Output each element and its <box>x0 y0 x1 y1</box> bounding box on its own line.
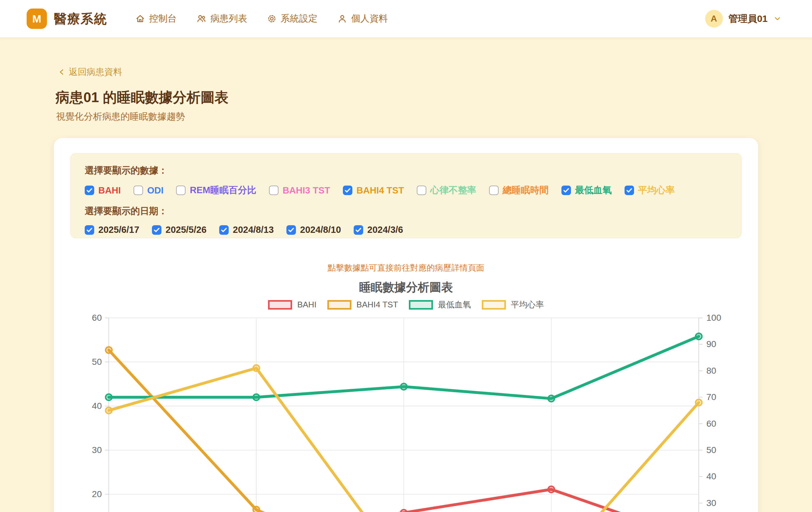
metric-option-3: REM睡眠百分比 <box>176 184 256 197</box>
legend-label: BAHI <box>297 300 317 310</box>
metric-checkbox[interactable] <box>269 186 279 195</box>
metric-label: BAHI <box>98 185 121 196</box>
nav-item-4[interactable]: 個人資料 <box>337 12 388 25</box>
avatar[interactable]: A <box>705 10 723 28</box>
user-name: 管理員01 <box>729 12 767 25</box>
dates-filter-label: 選擇要顯示的日期： <box>85 205 727 218</box>
profile-icon <box>337 13 347 24</box>
legend-swatch <box>482 300 506 310</box>
data-point[interactable] <box>696 399 702 406</box>
date-checkbox[interactable] <box>219 225 229 235</box>
left-axis-tick-label: 60 <box>92 314 102 323</box>
chart-hint-text: 點擊數據點可直接前往對應的病歷詳情頁面 <box>54 262 758 274</box>
checkmark-icon <box>626 187 633 194</box>
date-checkbox[interactable] <box>152 225 162 235</box>
metric-checkbox[interactable] <box>489 186 499 195</box>
nav-item-1[interactable]: 控制台 <box>135 12 177 25</box>
metric-label: 總睡眠時間 <box>503 184 549 197</box>
metric-checkbox[interactable] <box>176 186 185 195</box>
data-point[interactable] <box>253 507 259 512</box>
date-option-1: 2025/6/17 <box>85 225 139 235</box>
legend-swatch <box>409 300 433 310</box>
settings-icon <box>267 13 277 24</box>
metric-label: 最低血氧 <box>575 184 612 197</box>
logo-letter: M <box>32 13 41 25</box>
legend-item-3[interactable]: 最低血氧 <box>409 299 471 310</box>
metric-label: REM睡眠百分比 <box>190 184 256 197</box>
checkmark-icon <box>562 187 570 194</box>
metric-label: BAHI4 TST <box>356 185 404 196</box>
metric-option-8: 最低血氧 <box>561 184 612 197</box>
nav-menu: 控制台病患列表系統設定個人資料 <box>135 12 388 25</box>
checkmark-icon <box>355 226 362 234</box>
right-axis-tick-label: 40 <box>706 472 716 481</box>
right-axis-tick-label: 60 <box>706 419 716 429</box>
data-point[interactable] <box>106 407 112 414</box>
data-point[interactable] <box>253 365 259 371</box>
date-option-3: 2024/8/13 <box>219 225 274 235</box>
user-menu[interactable]: A 管理員01 <box>705 10 782 28</box>
nav-item-label: 個人資料 <box>351 12 388 25</box>
metric-option-9: 平均心率 <box>625 184 675 197</box>
back-to-patient-link[interactable]: 返回病患資料 <box>58 66 122 78</box>
metric-label: ODI <box>147 185 164 196</box>
right-axis-tick-label: 100 <box>706 314 721 323</box>
legend-swatch <box>327 300 351 310</box>
metric-option-2: ODI <box>134 185 164 196</box>
metric-label: 平均心率 <box>638 184 675 197</box>
chevron-down-icon <box>773 15 782 23</box>
data-point[interactable] <box>548 486 554 493</box>
dates-checkbox-row: 2025/6/172025/5/262024/8/132024/8/102024… <box>85 225 727 235</box>
metric-checkbox[interactable] <box>417 186 426 195</box>
metric-checkbox[interactable] <box>561 186 571 195</box>
metric-checkbox[interactable] <box>134 186 143 195</box>
app-title: 醫療系統 <box>54 10 107 28</box>
chevron-left-icon <box>58 68 66 76</box>
metric-option-5: BAHI4 TST <box>343 185 404 196</box>
chart-card: 選擇要顯示的數據： BAHIODIREM睡眠百分比BAHI3 TSTBAHI4 … <box>54 138 758 512</box>
metric-option-4: BAHI3 TST <box>269 185 330 196</box>
data-point[interactable] <box>106 394 112 400</box>
data-point[interactable] <box>548 395 554 402</box>
metric-option-1: BAHI <box>85 185 121 196</box>
sleep-data-line-chart[interactable]: 605040302010090807060504030 <box>54 314 758 512</box>
metric-label: 心律不整率 <box>430 184 476 197</box>
legend-item-4[interactable]: 平均心率 <box>482 299 544 310</box>
home-icon <box>135 13 145 24</box>
right-axis-tick-label: 50 <box>706 445 716 455</box>
date-option-4: 2024/8/10 <box>286 225 341 235</box>
nav-item-3[interactable]: 系統設定 <box>267 12 318 25</box>
data-point[interactable] <box>401 509 407 512</box>
checkmark-icon <box>344 187 351 194</box>
chart-legend: BAHIBAHI4 TST最低血氧平均心率 <box>54 299 758 310</box>
metrics-checkbox-row: BAHIODIREM睡眠百分比BAHI3 TSTBAHI4 TST心律不整率總睡… <box>85 184 727 197</box>
legend-item-2[interactable]: BAHI4 TST <box>327 300 398 310</box>
metric-option-6: 心律不整率 <box>417 184 476 197</box>
right-axis-tick-label: 30 <box>706 498 716 508</box>
metrics-filter-label: 選擇要顯示的數據： <box>85 164 727 177</box>
filter-panel: 選擇要顯示的數據： BAHIODIREM睡眠百分比BAHI3 TSTBAHI4 … <box>70 153 742 238</box>
top-navbar: M 醫療系統 控制台病患列表系統設定個人資料 A 管理員01 <box>0 0 812 37</box>
right-axis-tick-label: 80 <box>706 366 716 376</box>
left-axis-tick-label: 50 <box>92 357 102 367</box>
date-checkbox[interactable] <box>85 225 94 235</box>
nav-item-2[interactable]: 病患列表 <box>196 12 247 25</box>
data-point[interactable] <box>253 394 259 400</box>
checkmark-icon <box>86 226 93 234</box>
metric-checkbox[interactable] <box>85 186 94 195</box>
right-axis-tick-label: 90 <box>706 339 716 349</box>
date-option-5: 2024/3/6 <box>354 225 403 235</box>
metric-checkbox[interactable] <box>343 186 352 195</box>
data-point[interactable] <box>401 383 407 390</box>
date-checkbox[interactable] <box>286 225 296 235</box>
legend-item-1[interactable]: BAHI <box>268 300 317 310</box>
left-axis-tick-label: 20 <box>92 489 102 499</box>
date-checkbox[interactable] <box>354 225 363 235</box>
date-label: 2024/3/6 <box>367 225 403 235</box>
checkmark-icon <box>153 226 161 234</box>
data-point[interactable] <box>106 347 112 353</box>
data-point[interactable] <box>696 333 702 339</box>
left-axis-tick-label: 40 <box>92 401 102 411</box>
metric-checkbox[interactable] <box>625 186 634 195</box>
legend-swatch <box>268 300 292 310</box>
